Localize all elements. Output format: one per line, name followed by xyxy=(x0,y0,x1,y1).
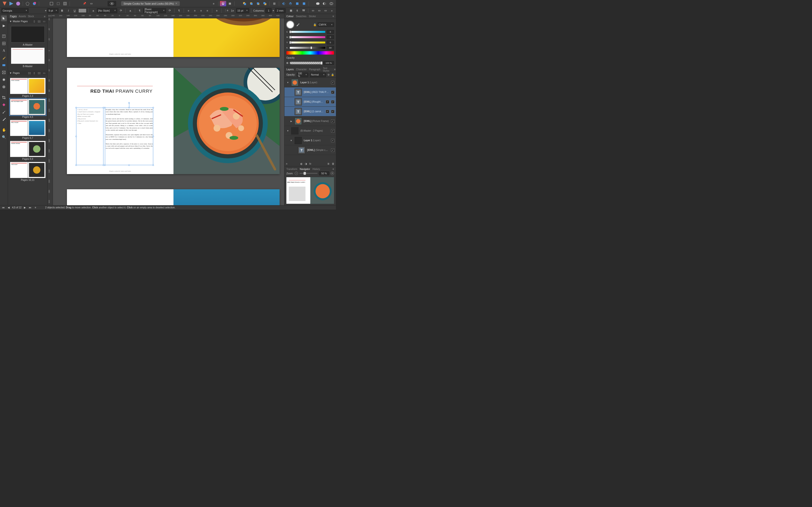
bold-button[interactable]: B xyxy=(59,8,65,13)
para-style-icon[interactable]: ¶ xyxy=(137,8,142,13)
brush-tool-icon[interactable] xyxy=(1,109,7,115)
textwrap-none-icon[interactable]: ▭ xyxy=(310,8,316,13)
layer-visibility-toggle[interactable]: ✓ xyxy=(331,119,335,123)
pen-tool-icon[interactable] xyxy=(1,55,7,61)
small-a-icon[interactable]: a xyxy=(128,8,133,13)
layer-visibility-toggle[interactable]: ✓ xyxy=(331,139,335,142)
lock-icon[interactable]: 🔒 xyxy=(313,23,317,26)
colour-menu-icon[interactable]: ≡ xyxy=(333,15,334,18)
rotate-ccw-icon[interactable] xyxy=(294,1,300,6)
snap-page-icon[interactable] xyxy=(55,1,61,6)
layer-stack-icon[interactable]: ≡ xyxy=(286,162,287,165)
nav-menu-icon[interactable]: ≡ xyxy=(333,168,334,170)
char-style-select[interactable]: [No Style]▼ xyxy=(97,8,117,13)
colour-tab[interactable]: Colour xyxy=(286,15,293,18)
geom-intersect-icon[interactable] xyxy=(328,1,335,6)
add-layer-icon[interactable]: 🗎 xyxy=(327,162,330,165)
clip-canvas-icon[interactable]: ▦ xyxy=(227,1,233,6)
layer-opacity-field[interactable]: 100 %▼ xyxy=(297,73,308,77)
colour-mode-select[interactable]: CMYK▼ xyxy=(317,22,334,27)
vector-shape-icon[interactable] xyxy=(31,1,38,6)
master-facing-icon[interactable]: ▯▯ xyxy=(37,19,41,23)
pages-opts-icon[interactable]: ▯▯ xyxy=(28,71,32,75)
stroke-tab[interactable]: Stroke xyxy=(309,15,316,18)
flip-h-icon[interactable] xyxy=(281,1,287,6)
layer-visibility-toggle[interactable]: ✓ xyxy=(331,100,335,104)
layer-extra-toggle[interactable]: ✓ xyxy=(326,110,329,113)
align-justify-icon[interactable]: ≡ xyxy=(205,8,210,13)
expand-arrow-icon[interactable]: ▼ xyxy=(290,139,293,142)
layer-visibility-toggle[interactable]: ✓ xyxy=(331,149,335,152)
layer-visibility-toggle[interactable]: ✓ xyxy=(331,91,335,94)
blend-mode-select[interactable]: Normal▼ xyxy=(310,73,326,77)
persona-photo-icon[interactable] xyxy=(15,1,21,6)
black-slider[interactable] xyxy=(290,47,325,49)
table-tool-icon[interactable] xyxy=(1,41,7,46)
navigator-preview[interactable]: RED THAI PRAWN CURRY xyxy=(286,177,334,204)
layer-row[interactable]: T[IDML] (Simple cooks for✓ xyxy=(285,145,336,155)
update-para-style-icon[interactable]: ⟳ xyxy=(167,8,172,13)
frame-text-tool-icon[interactable]: T xyxy=(1,33,7,39)
zoom-out-icon[interactable]: − xyxy=(295,172,298,175)
eyedropper-tool-icon[interactable] xyxy=(1,116,7,122)
gutter-stepper[interactable]: ◆ xyxy=(272,9,274,12)
textwrap-around-icon[interactable]: ▭ xyxy=(317,8,322,13)
font-size-field[interactable]: 9 pt▼ xyxy=(47,8,58,13)
panel-menu-icon[interactable]: ≡ xyxy=(44,15,45,18)
textwrap-jump-icon[interactable]: ▭ xyxy=(323,8,328,13)
layer-lock-icon[interactable]: 🔒 xyxy=(331,73,334,76)
spread-8-9-thumb[interactable]: HUNTER CROISSIS xyxy=(10,141,46,157)
last-page-icon[interactable]: ⏭ xyxy=(28,206,32,209)
paragraph-tab[interactable]: Paragraph xyxy=(309,68,320,71)
layer-visibility-toggle[interactable]: ✓ xyxy=(331,110,335,113)
char-style-icon[interactable]: a xyxy=(91,8,96,13)
node-tool-icon[interactable]: ▶ xyxy=(1,23,7,29)
pages-header[interactable]: ▼Pages ▯▯ ▯ ▯▯ ▭ xyxy=(8,70,47,75)
document-title[interactable]: Simple Cooks for Taste and Looks (50.0%)… xyxy=(121,1,180,6)
reset-formatting-icon[interactable]: ¶ xyxy=(176,8,182,13)
columns-field[interactable]: 1 xyxy=(265,8,272,13)
arrange-forward-icon[interactable] xyxy=(255,1,261,6)
gradient-tool-icon[interactable] xyxy=(1,77,7,82)
horizontal-ruler[interactable]: 1801601401201008060402002040608010012014… xyxy=(53,14,284,18)
rectangle-tool-icon[interactable] xyxy=(1,62,7,68)
layer-visibility-toggle[interactable]: ✓ xyxy=(331,81,335,84)
page-4[interactable]: RED THAI PRAWN CURRY 1 carrot, sliced 1 … xyxy=(67,68,173,174)
spread-6-7-thumb[interactable]: GRILLO SALAD xyxy=(10,120,46,136)
snap-margins-icon[interactable] xyxy=(62,1,68,6)
zoom-tool-icon[interactable]: 🔍 xyxy=(1,134,7,140)
text-color-well[interactable] xyxy=(78,8,87,13)
pages-tab[interactable]: Pages xyxy=(10,15,17,18)
pentagon-icon[interactable] xyxy=(24,1,31,6)
layer-row[interactable]: T[IDML] (RED THAI PRAWN C✓ xyxy=(285,88,336,97)
layer-row[interactable]: ▼ (B-Master - 2 Pages)✓ xyxy=(285,126,336,136)
cyan-value[interactable]: 0 xyxy=(327,30,334,34)
spread-4-5-thumb[interactable]: RED THAI PRAWN CURRY xyxy=(10,99,46,115)
baseline-grid-icon[interactable]: ≡ xyxy=(210,1,217,6)
hue-bar[interactable] xyxy=(286,51,334,55)
navigator-tab[interactable]: Navigator xyxy=(300,168,310,170)
master-b-thumb[interactable] xyxy=(11,48,45,64)
black-value[interactable]: 60 xyxy=(327,46,334,50)
fx-mask-icon[interactable]: ◐ xyxy=(300,162,303,165)
yellow-value[interactable]: 0 xyxy=(327,41,334,44)
layer-row[interactable]: T[IDML] (Roughly chop the c✓✓ xyxy=(285,97,336,107)
character-tab[interactable]: Character xyxy=(296,68,307,71)
font-family-select[interactable]: Georgia▼ xyxy=(1,8,29,13)
snapping-icon[interactable] xyxy=(220,1,226,6)
first-page-icon[interactable]: ⏮ xyxy=(1,206,5,209)
fill-tool-icon[interactable] xyxy=(1,102,7,108)
artistic-text-tool-icon[interactable]: A xyxy=(1,48,7,54)
selection-frame-1[interactable] xyxy=(76,108,103,165)
expand-arrow-icon[interactable]: ▼ xyxy=(286,130,289,132)
assets-tab[interactable]: Assets xyxy=(18,15,26,18)
opacity-value[interactable]: 100 % xyxy=(323,61,334,65)
cyan-slider[interactable] xyxy=(290,31,325,33)
move-tool-icon[interactable] xyxy=(1,15,7,21)
expand-arrow-icon[interactable]: ▼ xyxy=(286,81,289,84)
flip-v-icon[interactable] xyxy=(287,1,294,6)
picture-frame-tool-icon[interactable] xyxy=(1,69,7,75)
zoom-slider[interactable] xyxy=(299,173,317,174)
master-pages-header[interactable]: ▼Master Pages ▯ ▯▯ ▭ xyxy=(8,19,47,24)
spread-2-3-thumb[interactable]: STICKY CHICKEN xyxy=(10,78,46,94)
